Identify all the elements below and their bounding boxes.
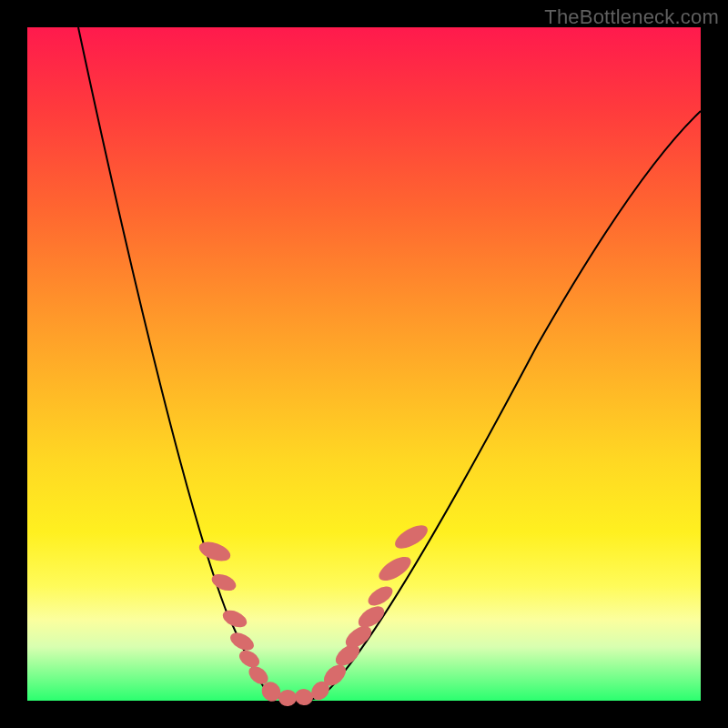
curve-marker	[278, 689, 297, 707]
chart-container: TheBottleneck.com	[0, 0, 728, 728]
curve-marker	[220, 607, 249, 631]
bottleneck-curve	[78, 27, 701, 701]
curve-svg	[27, 27, 701, 701]
curve-marker	[294, 687, 315, 706]
curve-marker	[375, 552, 414, 585]
curve-marker	[228, 629, 257, 653]
curve-markers	[197, 521, 431, 707]
plot-area	[27, 27, 701, 701]
watermark-text: TheBottleneck.com	[544, 5, 719, 29]
curve-marker	[197, 538, 233, 564]
curve-marker	[365, 582, 396, 609]
